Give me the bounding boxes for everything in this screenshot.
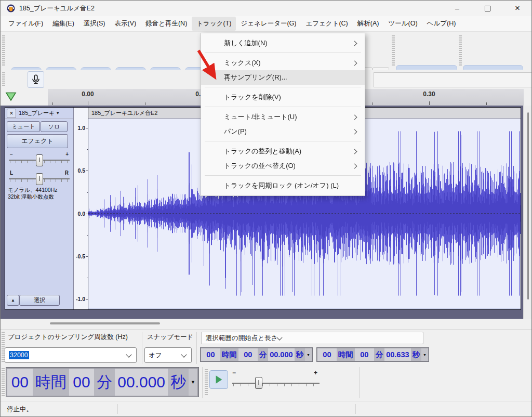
menu-item-label: トラックの並べ替え(O) [224, 161, 353, 171]
time-digits[interactable]: 00 [7, 369, 33, 396]
menu-item-pan[interactable]: パン(P) [201, 124, 365, 139]
submenu-arrow-icon [352, 129, 357, 134]
menu-tools[interactable]: ツール(O) [383, 17, 422, 31]
project-rate-combobox[interactable]: 32000 [5, 347, 137, 363]
mic-button[interactable] [28, 71, 44, 88]
time-unit[interactable]: 時間 [337, 348, 355, 361]
pan-slider-handle[interactable] [36, 173, 43, 185]
selection-format-dropdown[interactable]: 選択範囲の開始点と長さ [201, 332, 423, 344]
menu-analyze[interactable]: 解析(A) [353, 17, 384, 31]
time-digits[interactable]: 00 [317, 348, 337, 361]
vertical-ruler-label: 1.0 [77, 125, 85, 131]
loop-region-pin-icon[interactable] [5, 92, 17, 101]
time-unit[interactable]: 秒 [411, 348, 422, 361]
menu-item-mute-unmute[interactable]: ミュート/非ミュート(U) [201, 110, 365, 124]
horizontal-scrollbar-thumb[interactable] [50, 322, 160, 324]
time-unit[interactable]: 分 [258, 348, 269, 361]
effects-button[interactable]: エフェクト [7, 134, 68, 148]
time-digits[interactable]: 00 [355, 348, 374, 361]
time-digits[interactable]: 00 [69, 369, 95, 396]
playback-speed-slider[interactable]: − + [230, 369, 322, 390]
select-track-button[interactable]: 選択 [19, 295, 60, 306]
menu-generate[interactable]: ジェネレーター(G) [236, 17, 301, 31]
menu-view[interactable]: 表示(V) [110, 17, 141, 31]
menu-select[interactable]: 選択(S) [79, 17, 110, 31]
vertical-scrollbar[interactable] [523, 106, 532, 319]
minimize-button[interactable]: – [442, 1, 472, 16]
maximize-button[interactable] [472, 1, 502, 16]
collapse-track-button[interactable]: ▲ [7, 295, 19, 306]
menu-item-sort[interactable]: トラックの並べ替え(O) [201, 159, 365, 173]
solo-button[interactable]: ソロ [41, 121, 68, 132]
submenu-arrow-icon [352, 114, 357, 120]
title-bar: 185_ブレーキユルメ音E2 – × [1, 1, 532, 16]
selection-length-field[interactable]: 00時間00分00.633秒▼ [316, 347, 429, 362]
submenu-arrow-icon [352, 60, 357, 66]
snap-mode-combobox[interactable]: オフ [144, 347, 192, 363]
gain-slider-handle[interactable] [36, 154, 43, 166]
vertical-ruler-tick [87, 149, 88, 150]
chevron-down-icon [126, 351, 131, 357]
time-digits[interactable]: 00.000 [115, 369, 168, 396]
time-unit[interactable]: 秒 [295, 348, 305, 361]
menu-item-add-new[interactable]: 新しく追加(N) [201, 36, 365, 50]
speed-max-label: + [314, 369, 317, 376]
horizontal-scrollbar[interactable] [1, 319, 532, 329]
time-format-dropdown[interactable]: ▼ [189, 369, 197, 396]
time-digits[interactable]: 00.000 [268, 348, 294, 361]
menu-edit[interactable]: 編集(E) [48, 17, 79, 31]
menu-tracks[interactable]: トラック(T) [192, 17, 236, 31]
menu-item-align-move[interactable]: トラックの整列と移動(A) [201, 144, 365, 159]
track-close-button[interactable]: × [7, 109, 16, 118]
toolbar-grip[interactable] [2, 72, 5, 86]
menu-help[interactable]: ヘルプ(H) [422, 17, 461, 31]
mute-button[interactable]: ミュート [7, 121, 40, 132]
playback-meter[interactable] [374, 72, 532, 87]
toolbar-grip[interactable] [205, 369, 208, 396]
menu-item-label: 新しく追加(N) [224, 38, 353, 48]
toolbar-grip[interactable] [2, 35, 5, 67]
menu-item-remove-track[interactable]: トラックを削除(V) [201, 90, 365, 105]
play-at-speed-button[interactable] [209, 370, 228, 389]
time-digits[interactable]: 00.633 [384, 348, 410, 361]
time-unit[interactable]: 秒 [168, 369, 189, 396]
toolbar-grip[interactable] [459, 35, 462, 67]
gain-slider[interactable]: − + [8, 151, 71, 167]
time-unit[interactable]: 分 [94, 369, 115, 396]
close-button[interactable]: × [502, 1, 532, 16]
menu-item-label: トラックの整列と移動(A) [224, 147, 353, 156]
menu-item-sync-lock[interactable]: トラックを同期ロック (オン/オフ) (L) [201, 178, 365, 193]
chevron-down-icon [181, 351, 187, 357]
menu-item-label: トラックを削除(V) [224, 93, 358, 102]
menu-transport[interactable]: 録音と再生(N) [141, 17, 192, 31]
time-unit[interactable]: 時間 [220, 348, 238, 361]
speed-slider-handle[interactable] [255, 377, 262, 389]
chevron-down-icon [277, 334, 283, 340]
track-format-info: 32bit 浮動小数点数 [8, 193, 54, 201]
audacity-window: 185_ブレーキユルメ音E2 – × ファイル(F)編集(E)選択(S)表示(V… [0, 0, 532, 417]
menu-separator [205, 87, 361, 87]
menu-effect[interactable]: エフェクト(C) [301, 17, 352, 31]
menu-item-resample[interactable]: 再サンプリング(R)... [201, 70, 365, 85]
menu-file[interactable]: ファイル(F) [4, 17, 48, 31]
menu-item-mix[interactable]: ミックス(X) [201, 56, 365, 70]
ruler-tick [52, 102, 53, 105]
time-unit[interactable]: 分 [374, 348, 385, 361]
time-format-dropdown[interactable]: ▼ [421, 348, 428, 361]
vertical-ruler-tick [87, 192, 88, 193]
selection-start-field[interactable]: 00時間00分00.000秒▼ [200, 347, 313, 362]
track-menu-arrow-icon[interactable]: ▼ [56, 111, 60, 115]
tracks-dropdown-menu: 新しく追加(N)ミックス(X)再サンプリング(R)...トラックを削除(V)ミュ… [201, 33, 365, 196]
time-digits[interactable]: 00 [201, 348, 220, 361]
time-format-dropdown[interactable]: ▼ [305, 348, 312, 361]
toolbar-grip[interactable] [2, 368, 5, 397]
time-unit[interactable]: 時間 [33, 369, 69, 396]
pan-slider[interactable]: L R [8, 170, 71, 186]
playback-position-display[interactable]: 00時間00分00.000秒▼ [6, 367, 199, 397]
time-digits[interactable]: 00 [238, 348, 258, 361]
toolbar-grip[interactable] [392, 35, 395, 67]
track-name[interactable]: 185_ブレーキ [19, 109, 55, 117]
vertical-scale-ruler[interactable]: 1.00.50.0-0.5-1.0 [74, 108, 88, 309]
menu-item-label: ミュート/非ミュート(U) [224, 112, 353, 122]
vertical-scrollbar-thumb[interactable] [527, 112, 529, 299]
